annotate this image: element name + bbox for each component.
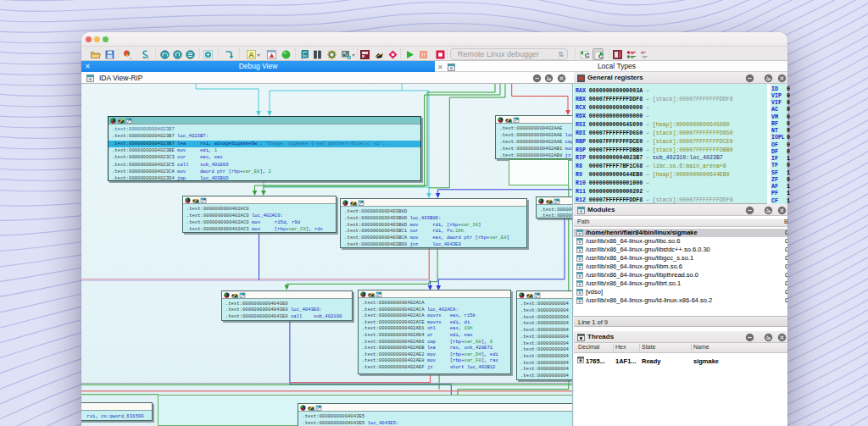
svg-text:A: A [248, 51, 254, 59]
svg-text:C: C [584, 52, 589, 59]
